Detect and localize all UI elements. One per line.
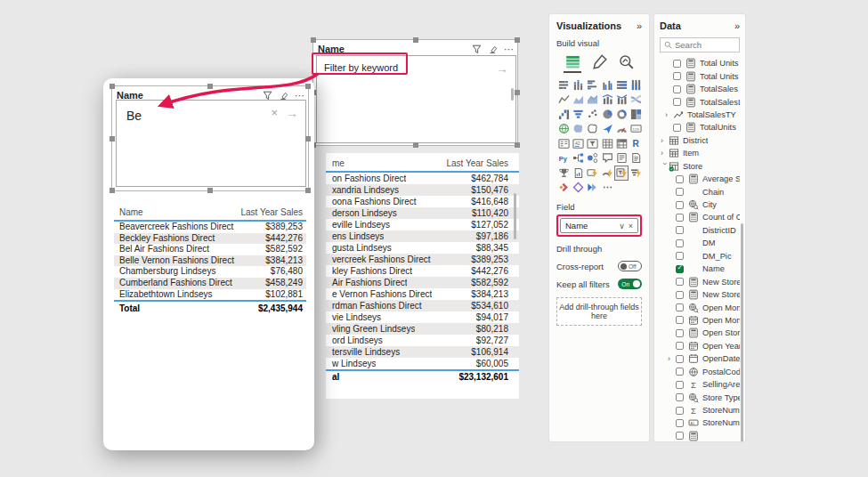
decomposition-tree-visual-icon[interactable] [571, 151, 585, 166]
line-clustered-column-visual-icon[interactable] [614, 93, 629, 108]
doc-report-visual-icon[interactable] [571, 166, 585, 181]
resize-handle[interactable] [207, 84, 213, 89]
build-visual-tab[interactable] [559, 54, 586, 73]
field-row[interactable]: New Stores [660, 275, 740, 287]
table-row[interactable]: Beavercreek Fashions Direct$389,253 [114, 222, 306, 233]
pie-visual-icon[interactable] [600, 107, 614, 122]
drill-through-drop-area[interactable]: Add drill-through fields here [556, 297, 642, 326]
field-checkbox[interactable] [676, 201, 684, 209]
power-apps-visual-icon[interactable] [556, 181, 571, 196]
chevron-right-icon[interactable]: › [661, 149, 669, 158]
table-row[interactable]: Chambersburg Lindseys$76,480 [114, 266, 306, 278]
map-visual-icon[interactable] [556, 122, 571, 137]
field-checkbox[interactable] [676, 252, 684, 260]
line-visual-icon[interactable] [556, 93, 571, 108]
filter-icon[interactable] [263, 91, 272, 101]
table-visual-front[interactable]: NameLast Year SalesBeavercreek Fashions … [114, 203, 306, 314]
field-checkbox[interactable] [676, 432, 684, 440]
field-row[interactable]: Open Month No [660, 314, 740, 327]
search-input[interactable] [675, 40, 741, 50]
clustered-column-visual-icon[interactable] [600, 77, 614, 93]
field-checkbox[interactable] [673, 124, 681, 132]
field-checkbox[interactable] [673, 72, 681, 80]
field-checkbox[interactable] [676, 342, 684, 350]
field-checkbox[interactable] [676, 393, 684, 401]
field-checkbox[interactable] [676, 407, 684, 415]
field-row[interactable]: Average Selling... [660, 173, 740, 185]
field-checkbox[interactable] [676, 239, 684, 247]
slicer-visual-searched[interactable]: Name ⋯ Be × → [111, 85, 309, 191]
table-row[interactable]: rdman Fashions Direct$534,610 [326, 300, 519, 311]
table-row[interactable]: tersville Lindseys$106,914 [326, 346, 519, 358]
field-checkbox[interactable] [676, 291, 684, 299]
field-row[interactable]: City [660, 198, 740, 211]
more-options-icon[interactable]: ⋯ [295, 92, 304, 99]
more-visual-icon[interactable] [600, 181, 614, 196]
table-row[interactable]: on Fashions Direct$462,784 [326, 173, 519, 184]
table-row-clipped[interactable]: w Lindseys$60,005 [326, 358, 519, 369]
filled-map-visual-icon[interactable] [571, 122, 585, 137]
format-visual-tab[interactable] [586, 54, 612, 73]
clear-search-icon[interactable]: × [271, 106, 278, 120]
field-row[interactable] [660, 430, 740, 442]
field-row[interactable]: TotalUnits [660, 121, 740, 133]
bolt-gauge-visual-icon[interactable] [600, 166, 614, 181]
metrics-visual-icon[interactable] [556, 166, 571, 181]
field-row[interactable]: DM [660, 237, 740, 249]
multirow-card-visual-icon[interactable] [556, 136, 571, 151]
resize-handle[interactable] [305, 84, 311, 89]
stacked-column-visual-icon[interactable] [571, 77, 585, 93]
qna-visual-icon[interactable] [600, 151, 614, 166]
table-row[interactable]: kley Fashions Direct$442,276 [326, 265, 519, 277]
chevron-right-icon[interactable]: › [661, 136, 669, 145]
field-row[interactable]: ›Item [660, 147, 740, 159]
bolt-card-visual-icon[interactable] [586, 166, 600, 181]
funnel-visual-icon[interactable] [571, 107, 585, 122]
python-visual-icon[interactable]: Py [556, 151, 571, 166]
resize-handle[interactable] [305, 188, 311, 193]
keep-all-filters-toggle[interactable]: On [618, 279, 642, 289]
field-checkbox[interactable] [676, 316, 684, 324]
custom-visual-visual-icon[interactable] [571, 181, 585, 196]
field-row[interactable]: ΣStoreNumber [660, 404, 740, 416]
apply-search-icon[interactable]: → [286, 106, 298, 120]
table-row[interactable]: vercreek Fashions Direct$389,253 [326, 254, 519, 265]
field-row[interactable]: Total Units Last ... [660, 57, 740, 69]
paginated-report-visual-icon[interactable] [629, 151, 643, 166]
table-row[interactable]: oona Fashions Direct$416,648 [326, 196, 519, 207]
field-row[interactable]: TotalSales [660, 83, 740, 95]
resize-handle[interactable] [515, 142, 520, 148]
resize-handle[interactable] [413, 142, 418, 148]
field-checkbox[interactable] [676, 188, 684, 196]
gauge-visual-icon[interactable] [614, 122, 629, 137]
column-100-visual-icon[interactable] [629, 77, 643, 93]
field-row[interactable]: Total Units This ... [660, 69, 740, 82]
table-row[interactable]: Beckley Fashions Direct$442,276 [114, 233, 306, 245]
resize-handle[interactable] [305, 136, 311, 141]
resize-handle[interactable] [515, 37, 520, 43]
bolt-slicer-visual-icon[interactable] [614, 166, 629, 181]
stacked-area-visual-icon[interactable] [586, 93, 600, 108]
resize-handle[interactable] [110, 84, 115, 89]
power-automate-visual-icon[interactable] [586, 181, 600, 196]
clustered-bar-visual-icon[interactable] [586, 77, 600, 93]
table-row[interactable]: Elizabethtown Lindseys$102,881 [114, 289, 306, 301]
field-checkbox[interactable] [676, 226, 684, 234]
field-row[interactable]: Store Type [660, 391, 740, 403]
field-checkbox[interactable] [676, 303, 684, 311]
field-well[interactable]: Name ∨ × [560, 218, 638, 233]
donut-visual-icon[interactable] [614, 107, 629, 122]
azure-map-visual-icon[interactable] [600, 122, 614, 137]
remove-field-icon[interactable]: × [629, 222, 633, 230]
table-row[interactable]: gusta Lindseys$88,345 [326, 242, 519, 254]
table-row[interactable]: eville Lindseys$127,052 [326, 219, 519, 230]
resize-handle[interactable] [311, 37, 316, 43]
filter-icon[interactable] [472, 44, 482, 54]
field-row[interactable]: DistrictID [660, 224, 740, 237]
table-row[interactable]: Belle Vernon Fashions Direct$384,213 [114, 255, 306, 267]
chevron-right-icon[interactable]: › [668, 354, 676, 363]
apply-search-icon[interactable]: → [496, 61, 508, 76]
field-checkbox[interactable] [676, 265, 684, 273]
cross-report-toggle[interactable]: Off [618, 261, 642, 271]
eraser-icon[interactable] [488, 44, 498, 54]
